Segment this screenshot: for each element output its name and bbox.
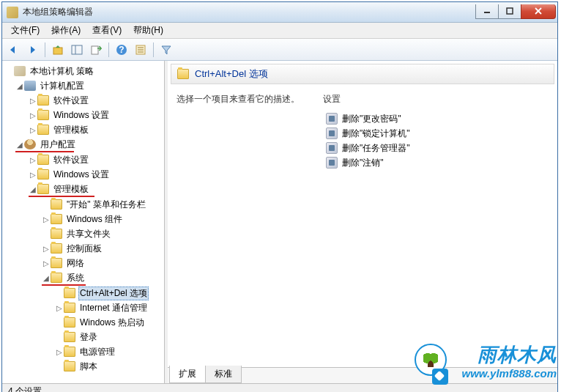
folder-icon bbox=[51, 243, 62, 254]
window-controls bbox=[476, 4, 556, 21]
tree-start-menu[interactable]: "开始" 菜单和任务栏 bbox=[2, 197, 164, 212]
policy-item-icon bbox=[326, 157, 338, 169]
setting-item[interactable]: 删除"注销" bbox=[323, 155, 549, 170]
collapse-icon[interactable]: ◢ bbox=[29, 185, 37, 193]
expand-icon[interactable]: ▷ bbox=[55, 304, 64, 312]
folder-icon bbox=[64, 303, 75, 313]
titlebar[interactable]: 本地组策略编辑器 bbox=[2, 2, 557, 23]
toolbar-separator bbox=[153, 42, 154, 57]
user-icon bbox=[24, 139, 36, 149]
tab-standard[interactable]: 标准 bbox=[205, 366, 242, 383]
tree-windows-settings[interactable]: ▷Windows 设置 bbox=[2, 108, 164, 122]
app-window: 本地组策略编辑器 文件(F) 操作(A) 查看(V) 帮助(H) ? 本地计算机… bbox=[1, 1, 558, 392]
folder-icon bbox=[64, 347, 75, 357]
window-title: 本地组策略编辑器 bbox=[23, 6, 476, 18]
expand-icon[interactable]: ▷ bbox=[42, 259, 51, 267]
folder-icon bbox=[37, 155, 49, 165]
folder-icon bbox=[51, 199, 62, 210]
description-text: 选择一个项目来查看它的描述。 bbox=[177, 93, 323, 106]
tree-control-panel[interactable]: ▷控制面板 bbox=[2, 241, 164, 256]
tree-user-config[interactable]: ◢用户配置 bbox=[2, 137, 164, 152]
app-icon bbox=[7, 7, 18, 18]
svg-rect-1 bbox=[507, 8, 513, 14]
export-button[interactable] bbox=[88, 42, 104, 58]
toolbar-separator bbox=[108, 42, 109, 57]
menu-help[interactable]: 帮助(H) bbox=[127, 22, 169, 39]
collapse-icon[interactable]: ◢ bbox=[15, 82, 24, 90]
folder-icon bbox=[37, 95, 49, 106]
folder-icon bbox=[37, 125, 49, 135]
expand-icon[interactable]: ▷ bbox=[29, 97, 37, 105]
expand-icon[interactable]: ▷ bbox=[42, 215, 51, 223]
menubar: 文件(F) 操作(A) 查看(V) 帮助(H) bbox=[2, 23, 557, 39]
tree-admin-templates[interactable]: ▷管理模板 bbox=[2, 122, 164, 137]
expand-icon[interactable]: ▷ bbox=[29, 156, 37, 164]
tree-software-settings-u[interactable]: ▷软件设置 bbox=[2, 152, 164, 167]
folder-icon bbox=[51, 273, 62, 283]
tree-windows-components[interactable]: ▷Windows 组件 bbox=[2, 212, 164, 226]
menu-view[interactable]: 查看(V) bbox=[86, 22, 127, 39]
tree-admin-templates-u[interactable]: ◢管理模板 bbox=[2, 182, 164, 196]
folder-icon bbox=[37, 169, 49, 180]
body-split: 本地计算机 策略 ◢计算机配置 ▷软件设置 ▷Windows 设置 ▷管理模板 … bbox=[2, 61, 557, 383]
minimize-button[interactable] bbox=[475, 4, 499, 19]
tree-power-mgmt[interactable]: ▷电源管理 bbox=[2, 344, 164, 359]
folder-icon bbox=[64, 317, 75, 328]
collapse-icon[interactable]: ◢ bbox=[42, 274, 51, 282]
content-body: 选择一个项目来查看它的描述。 设置 删除"更改密码" 删除"锁定计算机" 删除"… bbox=[168, 87, 557, 367]
svg-rect-7 bbox=[92, 46, 98, 54]
tree-internet-comm[interactable]: ▷Internet 通信管理 bbox=[2, 300, 164, 315]
close-button[interactable] bbox=[521, 4, 556, 19]
tree-ctrl-alt-del[interactable]: Ctrl+Alt+Del 选项 bbox=[2, 286, 164, 300]
tree-logon[interactable]: 登录 bbox=[2, 330, 164, 344]
filter-button[interactable] bbox=[158, 42, 174, 58]
expand-icon[interactable]: ▷ bbox=[29, 126, 37, 134]
forward-button[interactable] bbox=[24, 42, 40, 58]
tree-shared-folders[interactable]: 共享文件夹 bbox=[2, 226, 164, 241]
content-title: Ctrl+Alt+Del 选项 bbox=[195, 67, 268, 81]
status-text: 4 个设置 bbox=[8, 385, 42, 392]
policy-icon bbox=[14, 66, 26, 76]
folder-icon bbox=[37, 184, 49, 194]
policy-item-icon bbox=[326, 127, 338, 139]
up-button[interactable] bbox=[50, 42, 66, 58]
tree-pane[interactable]: 本地计算机 策略 ◢计算机配置 ▷软件设置 ▷Windows 设置 ▷管理模板 … bbox=[2, 61, 165, 383]
help-button[interactable]: ? bbox=[114, 42, 130, 58]
policy-item-icon bbox=[326, 113, 338, 125]
setting-item[interactable]: 删除"任务管理器" bbox=[323, 141, 549, 155]
tree-scripts[interactable]: 脚本 bbox=[2, 359, 164, 374]
setting-item[interactable]: 删除"锁定计算机" bbox=[323, 126, 549, 141]
toolbar-separator bbox=[45, 42, 45, 57]
tab-extended[interactable]: 扩展 bbox=[169, 366, 206, 383]
folder-icon bbox=[37, 110, 49, 120]
menu-action[interactable]: 操作(A) bbox=[45, 22, 86, 39]
tree-system[interactable]: ◢系统 bbox=[2, 270, 164, 285]
tree-windows-settings-u[interactable]: ▷Windows 设置 bbox=[2, 167, 164, 182]
setting-item[interactable]: 删除"更改密码" bbox=[323, 111, 549, 126]
expand-icon[interactable]: ▷ bbox=[42, 245, 51, 253]
statusbar: 4 个设置 bbox=[2, 383, 557, 392]
expand-icon[interactable]: ▷ bbox=[55, 348, 64, 356]
menu-file[interactable]: 文件(F) bbox=[5, 22, 45, 39]
show-hide-tree-button[interactable] bbox=[69, 42, 85, 58]
toolbar: ? bbox=[2, 39, 557, 61]
folder-icon bbox=[177, 69, 189, 79]
expand-icon[interactable]: ▷ bbox=[29, 111, 37, 119]
maximize-button[interactable] bbox=[498, 4, 521, 19]
folder-icon bbox=[64, 332, 75, 342]
tabs: 扩展 标准 bbox=[168, 367, 557, 383]
tree-root[interactable]: 本地计算机 策略 bbox=[2, 64, 164, 78]
description-column: 选择一个项目来查看它的描述。 bbox=[177, 93, 323, 361]
settings-header: 设置 bbox=[323, 93, 549, 106]
content-pane: Ctrl+Alt+Del 选项 选择一个项目来查看它的描述。 设置 删除"更改密… bbox=[168, 61, 557, 383]
expand-icon[interactable]: ▷ bbox=[29, 171, 37, 179]
tree-computer-config[interactable]: ◢计算机配置 bbox=[2, 78, 164, 93]
tree-windows-fast-start[interactable]: Windows 热启动 bbox=[2, 315, 164, 330]
tree-network[interactable]: ▷网络 bbox=[2, 256, 164, 270]
tree-software-settings[interactable]: ▷软件设置 bbox=[2, 93, 164, 108]
collapse-icon[interactable]: ◢ bbox=[15, 141, 24, 149]
folder-icon bbox=[51, 258, 62, 268]
folder-icon bbox=[64, 361, 75, 371]
properties-button[interactable] bbox=[133, 42, 149, 58]
back-button[interactable] bbox=[5, 42, 21, 58]
